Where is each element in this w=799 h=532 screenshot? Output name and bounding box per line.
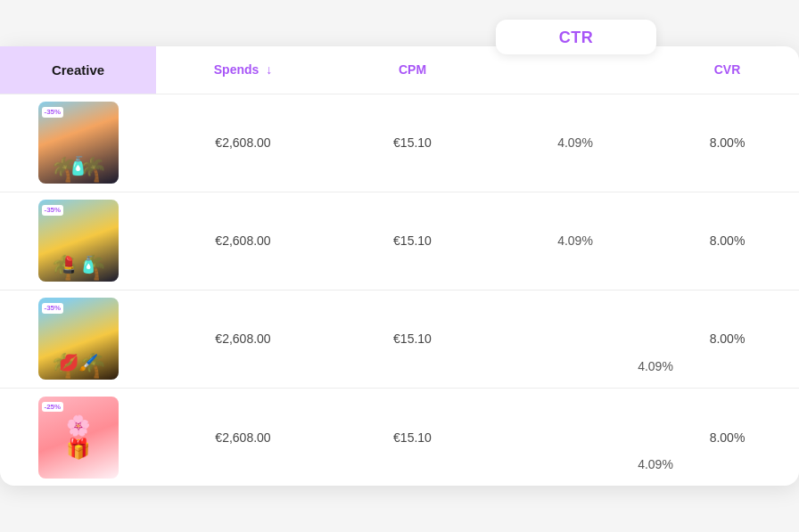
spends-cell-3: €2,608.00 [156,290,330,388]
ctr-value-1: 4.09% [557,135,593,150]
cpm-cell-1: €15.10 [330,94,495,192]
ctr-header-label: CTR [559,29,594,46]
cpm-cell-2: €15.10 [330,192,495,290]
creative-table: Creative Spends ↓ CPM CTR CVR -35% 🌴🌴 🧴 … [0,46,799,487]
col-header-cpm[interactable]: CPM [330,46,495,94]
cvr-cell-1: 8.00% [655,94,799,192]
table-row: -25% 🌸🎁 €2,608.00€15.104.09%8.00% [0,388,799,486]
ctr-cell-3: 4.09% [495,290,655,388]
ctr-value-4: 4.09% [575,457,736,471]
cpm-cell-4: €15.10 [330,388,495,486]
table-body: -35% 🌴🌴 🧴 €2,608.00€15.104.09%8.00% -35%… [0,94,799,486]
ctr-cell-2: 4.09% [495,192,655,290]
cvr-cell-2: 8.00% [655,192,799,290]
spends-cell-2: €2,608.00 [156,192,330,290]
creative-cell-2: -35% 🌴🌴 💄🧴 [0,192,156,290]
col-header-creative: Creative [0,46,156,94]
creative-cell-4: -25% 🌸🎁 [0,388,156,486]
table-row: -35% 🌴🌴 💋🖌️ €2,608.00€15.104.09%8.00% [0,290,799,388]
ctr-cell-4: 4.09% [495,388,655,486]
ctr-value-2: 4.09% [557,233,593,248]
spends-cell-1: €2,608.00 [156,94,330,192]
ctr-value-3: 4.09% [575,359,736,373]
table-row: -35% 🌴🌴 🧴 €2,608.00€15.104.09%8.00% [0,94,799,192]
creative-image-4: -25% 🌸🎁 [38,397,119,479]
cpm-cell-3: €15.10 [330,290,495,388]
table-row: -35% 🌴🌴 💄🧴 €2,608.00€15.104.09%8.00% [0,192,799,290]
spends-cell-4: €2,608.00 [156,388,330,486]
creative-image-1: -35% 🌴🌴 🧴 [38,102,119,184]
col-header-cvr: CVR [655,46,799,94]
main-table-container: CTR Creative Spends ↓ CPM CTR CVR -35% 🌴… [0,46,799,487]
ctr-floating-header: CTR [496,20,656,54]
ctr-cell-1: 4.09% [495,94,655,192]
col-header-spends[interactable]: Spends ↓ [156,46,330,94]
creative-cell-1: -35% 🌴🌴 🧴 [0,94,156,192]
table-header-row: Creative Spends ↓ CPM CTR CVR [0,46,799,94]
creative-cell-3: -35% 🌴🌴 💋🖌️ [0,290,156,388]
creative-image-2: -35% 🌴🌴 💄🧴 [38,200,119,282]
creative-image-3: -35% 🌴🌴 💋🖌️ [38,298,119,380]
cvr-cell-3: 8.00% [655,290,799,388]
